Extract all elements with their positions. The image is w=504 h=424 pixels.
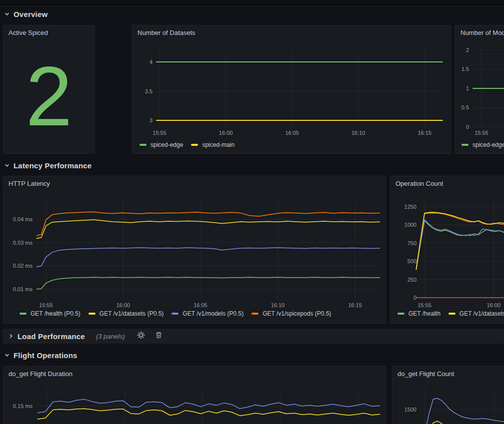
legend-series-dash	[462, 144, 468, 146]
legend-series-dash	[191, 144, 198, 146]
svg-text:0: 0	[466, 124, 469, 130]
number-of-datasets-chart[interactable]: 33.5415:5516:0016:0516:1016:15	[132, 39, 450, 139]
row-settings-button[interactable]	[137, 331, 145, 341]
operation-count-legend: GET /healthGET /v1/datasetsGET /v1/model…	[398, 310, 504, 317]
http-latency-legend: GET /health (P0.5)GET /v1/datasets (P0.5…	[20, 310, 331, 317]
panel-do-get-flight-count: do_get Flight Count 150015:5516:0016:05	[392, 366, 504, 424]
panel-do-get-flight-duration: do_get Flight Duration 0.15 ms15:5516:00…	[3, 366, 386, 424]
panel-title-number-of-datasets[interactable]: Number of Datasets	[132, 25, 450, 39]
stat-value-wrap: 2	[4, 39, 94, 153]
svg-text:2: 2	[466, 47, 469, 53]
legend-series-dash	[252, 313, 258, 315]
number-of-models-legend: spiced-edge	[462, 141, 504, 148]
top-bar	[0, 0, 504, 6]
panel-title-active-spiced[interactable]: Active Spiced	[4, 25, 94, 39]
legend-series-label: GET /health	[408, 310, 440, 317]
svg-text:4: 4	[150, 59, 152, 65]
legend-item[interactable]: GET /v1/spicepods (P0.5)	[252, 310, 331, 317]
do-get-flight-count-chart[interactable]: 150015:5516:0016:05	[392, 381, 504, 424]
grafana-dashboard: { "sections": { "overview": { "title": "…	[0, 0, 504, 424]
legend-series-label: GET /v1/spicepods (P0.5)	[262, 310, 331, 317]
svg-text:16:05: 16:05	[285, 130, 299, 136]
legend-item[interactable]: spiced-edge	[462, 141, 504, 148]
panel-operation-count: Operation Count 02505007501000125015:551…	[390, 176, 504, 324]
svg-text:1000: 1000	[404, 222, 416, 228]
legend-series-label: spiced-main	[202, 141, 234, 148]
legend-series-dash	[140, 144, 146, 146]
svg-text:15:55: 15:55	[152, 130, 166, 136]
section-row-overview[interactable]: Overview	[4, 6, 48, 21]
svg-text:16:00: 16:00	[219, 130, 233, 136]
svg-text:0.15 ms: 0.15 ms	[13, 403, 33, 409]
legend-series-dash	[448, 313, 456, 315]
legend-series-dash	[20, 313, 26, 315]
section-title-load-performance: Load Performance	[18, 332, 85, 341]
svg-text:16:10: 16:10	[352, 130, 366, 136]
trash-icon	[155, 331, 162, 341]
svg-text:1250: 1250	[404, 204, 416, 210]
section-row-flight-operations[interactable]: Flight Operations	[4, 348, 78, 363]
legend-series-label: GET /v1/datasets (P0.5)	[100, 310, 164, 317]
legend-item[interactable]: GET /health	[398, 310, 440, 317]
panels-count-note: (3 panels)	[96, 333, 125, 340]
section-title-flight-operations: Flight Operations	[14, 351, 78, 360]
svg-text:3.5: 3.5	[145, 88, 152, 94]
legend-item[interactable]: GET /v1/models (P0.5)	[172, 310, 244, 317]
legend-series-label: spiced-edge	[150, 141, 183, 148]
legend-series-label: GET /v1/datasets	[460, 310, 504, 317]
legend-item[interactable]: GET /v1/datasets (P0.5)	[88, 310, 164, 317]
svg-text:250: 250	[408, 277, 416, 283]
svg-text:16:15: 16:15	[418, 130, 432, 136]
panel-number-of-models: Number of Models 00.511.5215:5516:0016:0…	[455, 25, 504, 154]
svg-text:15:55: 15:55	[418, 302, 432, 308]
panel-title-do-get-flight-duration[interactable]: do_get Flight Duration	[4, 367, 386, 381]
svg-text:15:55: 15:55	[39, 302, 53, 308]
section-row-latency-performance[interactable]: Latency Performance	[4, 158, 92, 173]
svg-text:16:00: 16:00	[116, 302, 130, 308]
svg-text:16:15: 16:15	[348, 302, 362, 308]
svg-text:16:05: 16:05	[194, 302, 208, 308]
panel-title-operation-count[interactable]: Operation Count	[390, 176, 504, 190]
panel-title-number-of-models[interactable]: Number of Models	[456, 25, 504, 39]
svg-text:0.03 ms: 0.03 ms	[13, 240, 33, 246]
legend-series-label: spiced-edge	[472, 141, 504, 148]
chevron-right-icon	[8, 333, 14, 339]
http-latency-chart[interactable]: 0.01 ms0.02 ms0.03 ms0.04 ms15:5516:0016…	[4, 190, 386, 308]
chevron-down-icon	[4, 162, 10, 168]
legend-series-dash	[398, 313, 404, 315]
section-row-load-performance[interactable]: Load Performance (3 panels)	[2, 329, 504, 344]
row-delete-button[interactable]	[155, 331, 162, 341]
panel-number-of-datasets: Number of Datasets 33.5415:5516:0016:051…	[132, 25, 451, 154]
do-get-flight-duration-chart[interactable]: 0.15 ms15:5516:0016:0516:1016:15	[4, 381, 386, 424]
section-title-overview: Overview	[14, 10, 48, 18]
svg-text:1: 1	[466, 85, 469, 91]
svg-text:1.5: 1.5	[462, 66, 469, 72]
operation-count-chart[interactable]: 02505007501000125015:5516:0016:05	[390, 190, 504, 308]
svg-text:750: 750	[408, 240, 416, 246]
svg-text:15:55: 15:55	[474, 130, 488, 136]
active-spiced-value: 2	[26, 54, 72, 138]
legend-item[interactable]: spiced-main	[191, 141, 234, 148]
svg-text:1500: 1500	[404, 407, 416, 413]
legend-series-dash	[88, 313, 96, 315]
svg-text:16:00: 16:00	[486, 302, 500, 308]
legend-item[interactable]: GET /v1/datasets	[448, 310, 504, 317]
svg-text:0.04 ms: 0.04 ms	[13, 216, 33, 222]
panel-title-do-get-flight-count[interactable]: do_get Flight Count	[392, 367, 504, 381]
legend-item[interactable]: GET /health (P0.5)	[20, 310, 80, 317]
legend-series-label: GET /health (P0.5)	[30, 310, 80, 317]
svg-text:16:10: 16:10	[271, 302, 285, 308]
gear-icon	[137, 331, 145, 341]
legend-item[interactable]: spiced-edge	[140, 141, 183, 148]
panel-http-latency: HTTP Latency 0.01 ms0.02 ms0.03 ms0.04 m…	[3, 176, 386, 324]
panel-active-spiced: Active Spiced 2	[3, 25, 95, 154]
svg-text:0.02 ms: 0.02 ms	[13, 263, 33, 269]
svg-text:0.5: 0.5	[462, 104, 469, 110]
panel-title-http-latency[interactable]: HTTP Latency	[4, 176, 386, 190]
chevron-down-icon	[4, 352, 10, 358]
svg-text:3: 3	[150, 117, 152, 123]
chevron-down-icon	[4, 11, 10, 17]
legend-series-dash	[172, 313, 178, 315]
number-of-models-chart[interactable]: 00.511.5215:5516:0016:05	[456, 39, 504, 139]
number-of-datasets-legend: spiced-edgespiced-main	[140, 141, 234, 148]
